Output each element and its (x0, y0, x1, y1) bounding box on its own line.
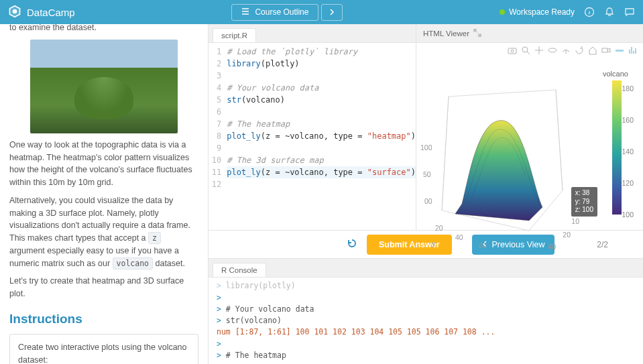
surface-plot[interactable]: 00 50 100 20 40 60 y 40 20 10 (428, 76, 576, 251)
pan-icon[interactable] (534, 46, 544, 55)
tab-html-viewer[interactable]: HTML Viewer (423, 29, 469, 38)
camera-icon[interactable] (508, 46, 517, 55)
console-panel: R Console > library(plotly)> > # Your vo… (209, 259, 643, 364)
chevron-right-icon (329, 7, 335, 17)
plotly-logo-icon[interactable] (628, 46, 638, 55)
logo-icon (8, 5, 21, 20)
expand-icon[interactable] (473, 29, 481, 38)
reset-camera-icon[interactable] (575, 46, 584, 55)
z-tick: 00 (424, 197, 432, 205)
code-editor[interactable]: 123456789101112 # Load the `plotly` libr… (209, 43, 416, 230)
workspace-status: Workspace Ready (500, 7, 575, 17)
svg-point-4 (511, 50, 514, 52)
tab-r-console[interactable]: R Console (213, 263, 266, 277)
course-outline-button[interactable]: Course Outline (231, 4, 318, 21)
toggle-spike-icon[interactable] (615, 46, 624, 55)
instructions-intro: Create two interactive plots using the v… (18, 341, 190, 364)
course-outline-label: Course Outline (255, 7, 308, 17)
z-tick: 50 (423, 170, 431, 178)
code-chip-z: z (148, 232, 161, 244)
header-right: Workspace Ready (500, 7, 635, 17)
plotly-toolbar (508, 46, 638, 55)
y-axis-label: y (432, 239, 435, 247)
viewer-tabs: HTML Viewer (416, 24, 643, 43)
next-button[interactable] (321, 4, 343, 21)
colorbar: volcano 180160140120100 (603, 70, 634, 215)
editor-tabs: script.R (209, 24, 416, 43)
status-text: Workspace Ready (509, 7, 575, 17)
svg-rect-3 (508, 48, 516, 54)
console-output[interactable]: > library(plotly)> > # Your volcano data… (209, 278, 643, 364)
lesson-para2: Alternatively, you could visualize the d… (9, 194, 198, 270)
x-tick: 10 (571, 217, 579, 225)
action-bar: Submit Answer Previous View 2/2 (209, 230, 643, 259)
zoom-icon[interactable] (521, 46, 530, 55)
svg-point-6 (548, 48, 557, 52)
svg-point-5 (522, 47, 528, 52)
pager: 2/2 (597, 240, 608, 249)
y-tick: 40 (455, 233, 463, 241)
code-chip-volcano: volcano (113, 257, 153, 269)
orbit-icon[interactable] (548, 46, 557, 55)
svg-rect-7 (602, 48, 607, 52)
x-tick: 20 (563, 231, 571, 239)
turntable-icon[interactable] (561, 46, 571, 55)
lesson-para3: Let's try to create that heatmap and 3D … (9, 275, 198, 300)
x-tick: 40 (548, 243, 556, 251)
video-icon[interactable] (601, 46, 611, 55)
top-row: script.R 123456789101112 # Load the `plo… (209, 24, 643, 230)
colorbar-title: volcano (603, 70, 634, 78)
viewer-panel: HTML Viewer (416, 24, 643, 230)
svg-point-1 (13, 9, 17, 13)
info-icon[interactable] (584, 7, 595, 17)
tab-script[interactable]: script.R (213, 28, 256, 42)
plot-tooltip: x: 38 y: 79 z: 100 (571, 187, 597, 217)
reset-button[interactable] (344, 235, 360, 254)
home-icon[interactable] (588, 46, 597, 55)
header-center: Course Outline (75, 4, 500, 21)
instructions-box: Create two interactive plots using the v… (9, 334, 198, 364)
svg-rect-8 (616, 50, 624, 52)
y-tick: 60 (479, 241, 487, 249)
y-tick: 20 (435, 224, 443, 232)
plot-area[interactable]: volcano 180160140120100 (416, 43, 643, 230)
app-header: DataCamp Course Outline Workspace Ready (0, 0, 643, 24)
z-tick: 100 (420, 143, 432, 151)
lesson-pane: to examine the dataset. One way to look … (0, 24, 208, 364)
bell-icon[interactable] (604, 7, 615, 17)
instructions-heading: Instructions (9, 310, 198, 329)
main: to examine the dataset. One way to look … (0, 24, 643, 364)
workspace-pane: script.R 123456789101112 # Load the `plo… (208, 24, 643, 364)
lesson-image (30, 40, 178, 133)
brand-text: DataCamp (27, 7, 75, 18)
editor-panel: script.R 123456789101112 # Load the `plo… (209, 24, 416, 230)
lesson-para1: One way to look at the topographic data … (9, 139, 198, 189)
hamburger-icon (241, 7, 249, 17)
chat-icon[interactable] (624, 7, 635, 17)
status-dot-icon (500, 9, 505, 15)
lesson-trailing: to examine the dataset. (9, 24, 198, 34)
colorbar-gradient (612, 80, 622, 215)
brand: DataCamp (8, 5, 75, 20)
console-tabs: R Console (209, 259, 643, 278)
